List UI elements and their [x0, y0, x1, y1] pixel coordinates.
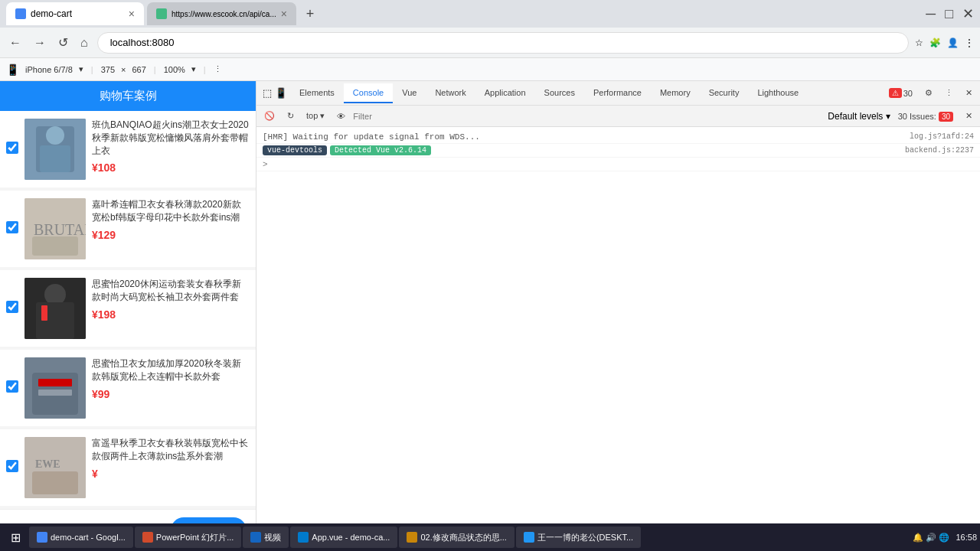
taskbar-item-vscode1[interactable]: App.vue - demo-ca... [290, 527, 397, 548]
tab-vue[interactable]: Vue [393, 83, 426, 103]
cart-item-price-1: ¥108 [92, 161, 250, 174]
device-width[interactable]: 375 [101, 65, 115, 74]
device-height[interactable]: 667 [132, 65, 145, 74]
profile-icon[interactable]: 👤 [947, 37, 959, 48]
console-filter-input[interactable] [353, 112, 459, 121]
hmr-ref[interactable]: log.js?1afd:24 [910, 132, 974, 141]
levels-label: Default levels ▾ [828, 111, 890, 122]
cart-item-price-4: ¥99 [92, 388, 250, 400]
devtools-panel: ⬚ 📱 Elements Console Vue Network Applica… [256, 81, 980, 551]
cart-item-checkbox-3[interactable] [6, 301, 18, 313]
eye-icon[interactable]: 👁 [332, 110, 350, 122]
clear-console-icon[interactable]: 🚫 [260, 109, 279, 122]
taskbar-chrome-icon [37, 532, 47, 543]
cart-item-price-2: ¥129 [92, 229, 250, 241]
taskbar-item-ppt[interactable]: PowerPoint 幻灯片... [135, 527, 241, 548]
taskbar-label-3: 视频 [264, 532, 281, 543]
close-devtools-icon[interactable]: ✕ [961, 86, 977, 100]
address-input[interactable]: localhost:8080 [97, 32, 909, 54]
tab-close-1[interactable]: × [129, 8, 135, 20]
vue-ref[interactable]: backend.js:2237 [905, 146, 974, 155]
tab-performance[interactable]: Performance [584, 83, 651, 103]
start-button[interactable]: ⊞ [3, 527, 28, 548]
device-toggle-icon[interactable]: 📱 [275, 87, 287, 99]
tab-demo-cart[interactable]: demo-cart × [6, 2, 144, 25]
tab-elements[interactable]: Elements [290, 83, 344, 103]
cart-item-name-3: 思蜜怡2020休闲运动套装女春秋季新款时尚大码宽松长袖卫衣外套两件套 [92, 278, 250, 304]
tab-console[interactable]: Console [344, 83, 393, 103]
devtools-tabs-bar: ⬚ 📱 Elements Console Vue Network Applica… [256, 81, 980, 106]
new-tab-button[interactable]: + [299, 3, 321, 24]
cart-item-checkbox-4[interactable] [6, 380, 18, 393]
separator-1: | [91, 65, 93, 74]
bookmark-icon[interactable]: ☆ [915, 37, 923, 48]
vue-devtools-badge: vue-devtools [263, 145, 327, 155]
tab-lighthouse[interactable]: Lighthouse [748, 83, 808, 103]
device-tools-icon[interactable]: 📱 [6, 64, 19, 76]
context-selector[interactable]: top ▾ [302, 109, 329, 122]
cart-item-info-5: 富遥早秋季卫衣女春秋装韩版宽松中长款假两件上衣薄款ins盐系外套潮 ¥ [92, 437, 250, 480]
devtools-left-icons: ⬚ 📱 [260, 87, 290, 99]
address-bar: ← → ↺ ⌂ localhost:8080 ☆ 🧩 👤 ⋮ [0, 28, 980, 58]
cart-item-info-4: 思蜜怡卫衣女加绒加厚2020秋冬装新款韩版宽松上衣连帽中长款外套 ¥99 [92, 357, 250, 400]
device-zoom[interactable]: 100% [164, 65, 185, 74]
tab-memory[interactable]: Memory [651, 83, 700, 103]
device-dropdown-icon[interactable]: ▾ [79, 64, 83, 74]
start-icon: ⊞ [11, 530, 21, 545]
issues-badge: ⚠ [889, 88, 902, 98]
tab-network[interactable]: Network [426, 83, 475, 103]
inspect-icon[interactable]: ⬚ [263, 87, 272, 99]
issues-mini-badge: 30 [939, 112, 953, 122]
device-select[interactable]: iPhone 6/7/8 [25, 65, 73, 74]
cart-item-price-3: ¥198 [92, 308, 250, 321]
cart-item-checkbox-2[interactable] [6, 221, 18, 233]
back-button[interactable]: ← [6, 33, 24, 53]
detected-vue-badge: Detected Vue v2.6.14 [330, 145, 431, 155]
svg-rect-13 [38, 379, 72, 386]
taskbar-vscode2-icon [407, 532, 417, 543]
more-devtools-icon[interactable]: ⋮ [940, 86, 958, 100]
cart-item: EWE 富遥早秋季卫衣女春秋装韩版宽松中长款假两件上衣薄款ins盐系外套潮 ¥ [0, 429, 256, 506]
svg-text:BRUTAL: BRUTAL [34, 221, 86, 238]
settings-icon[interactable]: ⚙ [920, 86, 937, 100]
home-button[interactable]: ⌂ [77, 33, 91, 53]
menu-icon[interactable]: ⋮ [965, 37, 974, 48]
console-output: [HMR] Waiting for update signal from WDS… [256, 127, 980, 551]
extension-icon[interactable]: 🧩 [929, 37, 941, 48]
tab-escook[interactable]: https://www.escook.cn/api/ca... × [147, 2, 296, 25]
issues-button[interactable]: ⚠ 30 [884, 86, 917, 100]
taskbar-item-vscode2[interactable]: 02.修改商品状态的思... [399, 527, 514, 548]
cart-header[interactable]: 购物车案例 [0, 81, 256, 111]
taskbar-right: 🔔 🔊 🌐 16:58 [913, 533, 977, 543]
tab-sources[interactable]: Sources [535, 83, 584, 103]
cart-item-image-2: BRUTAL [24, 198, 86, 259]
cart-item-info-1: 班仇BANQIAO超火ins潮卫衣女士2020秋季新款韩版宽松慵懒风落肩外套带帽… [92, 119, 250, 174]
console-close-icon[interactable]: ✕ [961, 109, 977, 122]
close-button[interactable]: ✕ [962, 5, 974, 22]
system-tray-icons: 🔔 🔊 🌐 [913, 533, 949, 543]
main-area: 购物车案例 班仇BANQIAO超火ins潮卫衣女士2020秋季新款韩版宽松慵懒风… [0, 81, 980, 551]
cart-item-checkbox-5[interactable] [6, 460, 18, 472]
forward-button[interactable]: → [31, 33, 49, 53]
taskbar-item-chrome[interactable]: demo-cart - Googl... [29, 527, 133, 548]
preserve-log-icon[interactable]: ↻ [283, 109, 299, 122]
cart-item-image-4 [24, 357, 86, 419]
taskbar-item-video[interactable]: 视频 [243, 527, 289, 548]
more-options-icon[interactable]: ⋮ [214, 64, 222, 74]
minimize-button[interactable]: ─ [926, 6, 936, 22]
taskbar: ⊞ demo-cart - Googl... PowerPoint 幻灯片...… [0, 523, 980, 551]
issues-count-label: 30 [903, 89, 913, 98]
tab-application[interactable]: Application [475, 83, 535, 103]
tab-label-1: demo-cart [31, 8, 72, 19]
tab-security[interactable]: Security [700, 83, 749, 103]
address-icons: ☆ 🧩 👤 ⋮ [915, 37, 974, 48]
refresh-button[interactable]: ↺ [55, 32, 71, 53]
tab-close-2[interactable]: × [281, 8, 287, 20]
svg-rect-10 [41, 305, 47, 321]
zoom-dropdown-icon[interactable]: ▾ [191, 64, 196, 74]
console-cursor-line[interactable]: > [256, 158, 980, 171]
taskbar-time: 16:58 [956, 533, 977, 542]
taskbar-item-remote[interactable]: 王一一博的老公(DESKT... [516, 527, 641, 548]
maximize-button[interactable]: □ [945, 6, 953, 22]
cart-item-checkbox-1[interactable] [6, 142, 18, 154]
